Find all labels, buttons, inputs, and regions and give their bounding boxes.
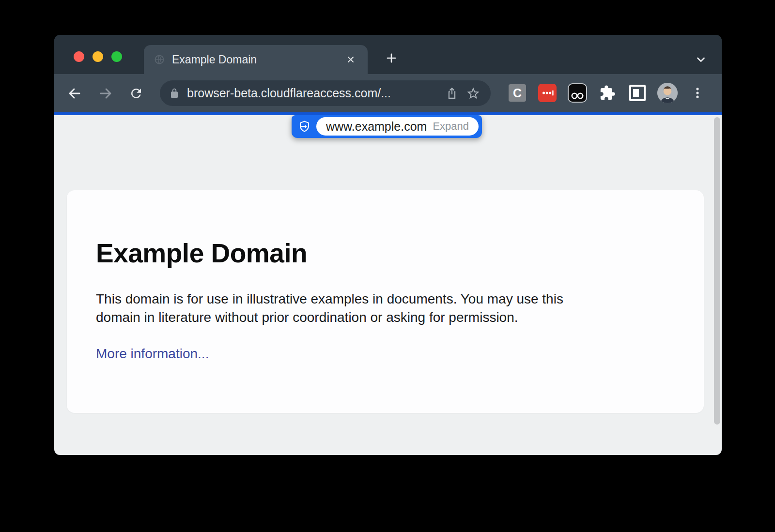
- extensions-puzzle-icon[interactable]: [597, 82, 618, 104]
- page-title: Example Domain: [96, 238, 670, 269]
- tab-example-domain[interactable]: Example Domain: [144, 45, 368, 74]
- forward-button[interactable]: [94, 82, 116, 104]
- address-bar[interactable]: browser-beta.cloudflareaccess.com/...: [160, 80, 491, 106]
- fullscreen-window-button[interactable]: [111, 51, 122, 62]
- window-controls: [74, 51, 122, 62]
- browser-toolbar: browser-beta.cloudflareaccess.com/... C: [54, 74, 722, 112]
- tab-title: Example Domain: [172, 53, 343, 66]
- shield-arrow-icon: [298, 120, 311, 133]
- access-domain-text: www.example.com: [326, 120, 433, 134]
- new-tab-button[interactable]: [381, 47, 402, 69]
- bookmark-star-button[interactable]: [463, 83, 484, 104]
- globe-icon: [154, 54, 165, 65]
- close-window-button[interactable]: [74, 51, 84, 62]
- vertical-scrollbar-thumb[interactable]: [714, 117, 720, 425]
- reload-button[interactable]: [125, 82, 147, 104]
- share-button[interactable]: [441, 83, 463, 104]
- page-body-text: This domain is for use in illustrative e…: [96, 290, 670, 327]
- extensions-row: C: [507, 82, 708, 104]
- desktop-background: Example Domain: [0, 0, 775, 532]
- access-domain-capsule: www.example.com Expand: [316, 117, 479, 136]
- tab-strip: Example Domain: [54, 35, 722, 74]
- page-viewport: www.example.com Expand Example Domain Th…: [54, 115, 722, 455]
- expand-button[interactable]: Expand: [433, 120, 469, 133]
- browser-window: Example Domain: [54, 35, 722, 455]
- tab-list-chevron-button[interactable]: [690, 49, 712, 70]
- tab-close-icon[interactable]: [343, 52, 358, 67]
- browser-menu-icon[interactable]: [687, 82, 708, 104]
- side-panel-extension-icon[interactable]: [627, 82, 648, 104]
- back-button[interactable]: [63, 82, 85, 104]
- cloudflare-access-domain-pill[interactable]: www.example.com Expand: [292, 115, 482, 138]
- lock-icon: [169, 88, 180, 99]
- minimize-window-button[interactable]: [93, 51, 103, 62]
- two-circles-extension-icon[interactable]: [567, 82, 588, 104]
- content-card: Example Domain This domain is for use in…: [67, 190, 704, 413]
- profile-avatar[interactable]: [657, 82, 678, 104]
- password-manager-extension-icon[interactable]: [537, 82, 558, 104]
- c-extension-icon[interactable]: C: [507, 82, 528, 104]
- url-text: browser-beta.cloudflareaccess.com/...: [187, 86, 441, 100]
- more-information-link[interactable]: More information...: [96, 346, 209, 362]
